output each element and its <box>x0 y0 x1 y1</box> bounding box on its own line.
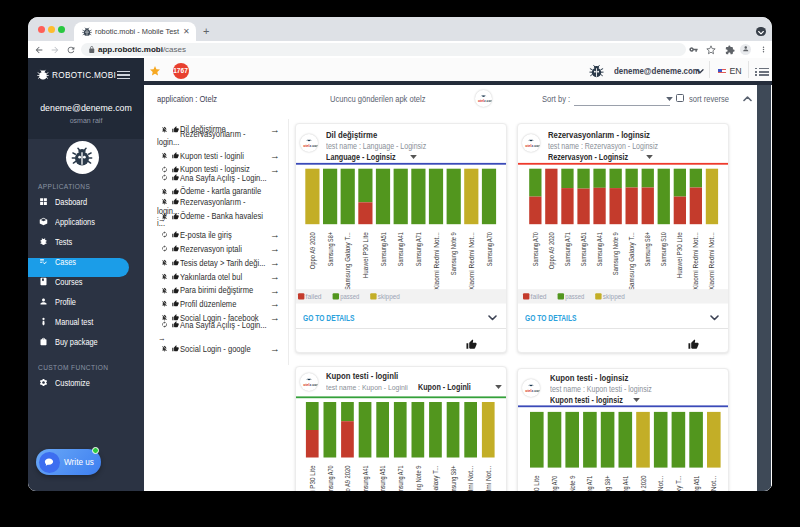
svg-text:z.com: z.com <box>531 144 540 148</box>
svg-text:failed: failed <box>306 292 322 301</box>
svg-text:Samsung Note 9: Samsung Note 9 <box>568 476 577 491</box>
svg-text:Huawei P30 Lite: Huawei P30 Lite <box>532 476 541 491</box>
svg-text:Samsung Galaxy T...: Samsung Galaxy T... <box>627 232 636 290</box>
svg-text:Samsung S8+: Samsung S8+ <box>643 232 652 266</box>
svg-text:Oppo A9 2020: Oppo A9 2020 <box>308 232 317 269</box>
svg-text:passed: passed <box>565 292 584 301</box>
svg-text:Samsung A51: Samsung A51 <box>692 476 701 491</box>
svg-text:Samsung Note 9: Samsung Note 9 <box>449 232 458 275</box>
svg-text:Xiaomi Redmi Not...: Xiaomi Redmi Not... <box>484 466 493 492</box>
svg-text:Samsung S8+: Samsung S8+ <box>449 466 458 492</box>
svg-text:Huawei P30 Lite: Huawei P30 Lite <box>675 232 684 278</box>
svg-text:z.com: z.com <box>309 383 318 387</box>
svg-text:skipped: skipped <box>603 292 625 301</box>
svg-text:Xiaomi Redmi Not...: Xiaomi Redmi Not... <box>691 232 700 290</box>
svg-text:Samsung A70: Samsung A70 <box>485 232 494 266</box>
svg-text:z.com: z.com <box>484 98 492 102</box>
svg-text:Samsung A70: Samsung A70 <box>550 476 559 491</box>
svg-text:Samsung A41: Samsung A41 <box>595 232 604 266</box>
svg-text:Xiaomi Redmi Not...: Xiaomi Redmi Not... <box>656 476 665 491</box>
svg-text:Samsung A51: Samsung A51 <box>579 232 588 266</box>
svg-text:Samsung A41: Samsung A41 <box>396 232 405 266</box>
svg-text:Samsung Galaxy T...: Samsung Galaxy T... <box>674 476 683 491</box>
svg-text:z.com: z.com <box>309 144 318 148</box>
svg-text:Samsung A71: Samsung A71 <box>414 232 423 266</box>
svg-text:Samsung A71: Samsung A71 <box>563 232 572 266</box>
svg-text:Samsung A70: Samsung A70 <box>326 466 335 492</box>
svg-text:failed: failed <box>531 292 547 301</box>
svg-text:Samsung S8+: Samsung S8+ <box>603 476 612 491</box>
svg-text:Samsung Note 9: Samsung Note 9 <box>414 466 423 492</box>
svg-text:Samsung A70: Samsung A70 <box>531 232 540 266</box>
svg-text:Oppo A9 2020: Oppo A9 2020 <box>547 232 556 269</box>
svg-text:Samsung A51: Samsung A51 <box>378 466 387 492</box>
svg-text:Xiaomi Redmi Not...: Xiaomi Redmi Not... <box>708 232 717 290</box>
svg-text:Xiaomi Redmi Not...: Xiaomi Redmi Not... <box>466 466 475 492</box>
svg-text:Samsung A41: Samsung A41 <box>361 466 370 492</box>
svg-text:Xiaomi Redmi Not...: Xiaomi Redmi Not... <box>467 232 476 290</box>
svg-text:Xiaomi Redmi Not...: Xiaomi Redmi Not... <box>432 232 441 290</box>
svg-text:Samsung S10: Samsung S10 <box>659 232 668 266</box>
svg-text:Oppo A9 2020: Oppo A9 2020 <box>639 476 648 491</box>
svg-text:passed: passed <box>340 292 359 301</box>
svg-text:Xiaomi Redmi Not...: Xiaomi Redmi Not... <box>709 476 718 491</box>
svg-text:Samsung A51: Samsung A51 <box>379 232 388 266</box>
svg-text:z.com: z.com <box>531 389 540 393</box>
svg-text:Samsung Galaxy T...: Samsung Galaxy T... <box>343 232 352 290</box>
svg-text:Oppo A9 2020: Oppo A9 2020 <box>343 466 352 492</box>
svg-text:Huawei P30 Lite: Huawei P30 Lite <box>361 232 370 278</box>
svg-text:Samsung Note 9: Samsung Note 9 <box>611 232 620 275</box>
svg-text:Samsung A41: Samsung A41 <box>621 476 630 491</box>
svg-text:Samsung A71: Samsung A71 <box>586 476 595 491</box>
svg-text:Samsung Galaxy T...: Samsung Galaxy T... <box>431 466 440 492</box>
svg-text:Samsung S8+: Samsung S8+ <box>326 232 335 266</box>
svg-text:Samsung A71: Samsung A71 <box>396 466 405 492</box>
svg-text:Huawei P30 Lite: Huawei P30 Lite <box>308 466 317 492</box>
svg-text:skipped: skipped <box>378 292 400 301</box>
